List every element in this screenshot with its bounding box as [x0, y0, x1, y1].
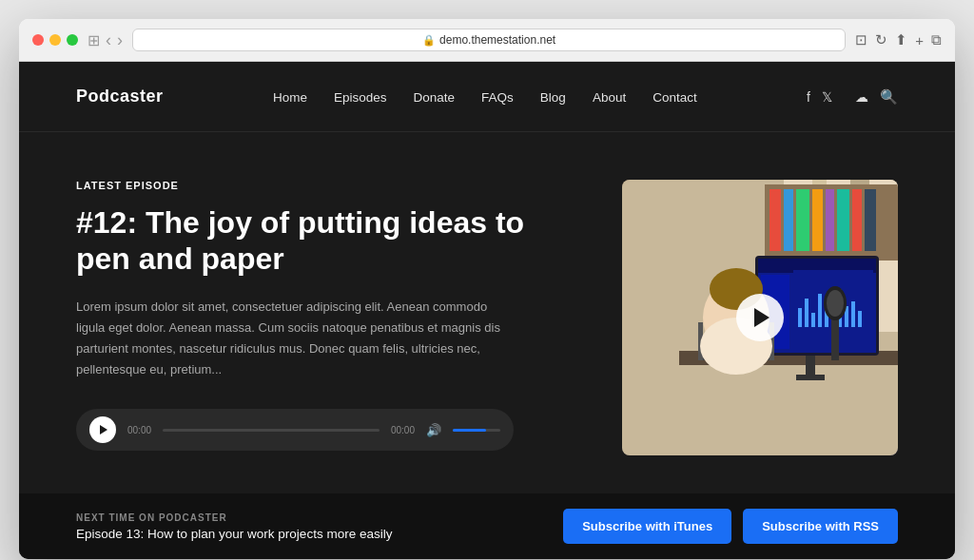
- audio-player[interactable]: 00:00 00:00 🔊: [76, 409, 514, 451]
- lock-icon: 🔒: [422, 34, 436, 47]
- episode-description: Lorem ipsum dolor sit amet, consectetuer…: [76, 297, 514, 380]
- svg-rect-7: [796, 189, 809, 251]
- nav-contact[interactable]: Contact: [653, 90, 697, 105]
- nav-donate[interactable]: Donate: [414, 90, 456, 105]
- nav-home[interactable]: Home: [273, 90, 307, 105]
- svg-rect-12: [865, 189, 876, 251]
- volume-fill: [453, 429, 486, 432]
- svg-rect-6: [784, 189, 793, 251]
- svg-rect-11: [852, 189, 862, 251]
- url-text: demo.themestation.net: [439, 33, 555, 47]
- maximize-button[interactable]: [67, 34, 78, 46]
- address-bar[interactable]: 🔒 demo.themestation.net: [132, 29, 846, 51]
- nav-links: Home Episodes Donate FAQs Blog About Con…: [273, 88, 697, 106]
- sidebar-icon[interactable]: ⊞: [88, 31, 100, 49]
- nav-blog[interactable]: Blog: [540, 90, 566, 105]
- svg-point-39: [827, 290, 844, 317]
- subscribe-itunes-button[interactable]: Subscribe with iTunes: [563, 509, 731, 544]
- site-main: Latest Episode #12: The joy of putting i…: [19, 132, 955, 455]
- episode-title: #12: The joy of putting ideas to pen and…: [76, 204, 533, 278]
- time-end: 00:00: [391, 425, 415, 435]
- nav-faqs[interactable]: FAQs: [481, 90, 514, 105]
- svg-rect-19: [798, 308, 802, 327]
- svg-rect-22: [818, 294, 822, 327]
- nav-episodes[interactable]: Episodes: [334, 90, 387, 105]
- episode-content: Latest Episode #12: The joy of putting i…: [76, 180, 584, 451]
- subscribe-rss-button[interactable]: Subscribe with RSS: [743, 509, 898, 544]
- facebook-icon[interactable]: f: [807, 89, 810, 105]
- site-nav: Podcaster Home Episodes Donate FAQs Blog…: [19, 62, 955, 132]
- site-wrapper: Podcaster Home Episodes Donate FAQs Blog…: [19, 62, 955, 559]
- svg-rect-10: [837, 189, 849, 251]
- nav-about[interactable]: About: [593, 90, 626, 105]
- share-icon[interactable]: ⬆: [895, 31, 907, 48]
- episode-thumbnail: [622, 180, 898, 455]
- svg-rect-5: [769, 189, 781, 251]
- search-icon[interactable]: 🔍: [880, 88, 898, 106]
- browser-chrome: ⊞ ‹ › 🔒 demo.themestation.net ⊡ ↻ ⬆ + ⧉: [19, 19, 955, 62]
- volume-bar[interactable]: [453, 429, 500, 432]
- traffic-lights: [32, 34, 78, 46]
- svg-rect-8: [812, 189, 823, 251]
- new-tab-icon[interactable]: +: [915, 32, 924, 48]
- svg-rect-21: [811, 313, 815, 327]
- soundcloud-icon[interactable]: ☁: [855, 89, 868, 105]
- subscribe-buttons: Subscribe with iTunes Subscribe with RSS: [563, 509, 898, 544]
- back-icon[interactable]: ‹: [106, 30, 111, 50]
- latest-episode-label: Latest Episode: [76, 180, 584, 191]
- volume-icon[interactable]: 🔊: [426, 423, 441, 437]
- svg-rect-27: [851, 301, 855, 327]
- thumbnail-play-button[interactable]: [736, 294, 784, 341]
- browser-actions: ⊡ ↻ ⬆ + ⧉: [855, 31, 942, 48]
- site-footer-bar: NEXT TIME ON PODCASTER Episode 13: How t…: [19, 493, 955, 559]
- svg-rect-28: [858, 311, 862, 327]
- twitter-icon[interactable]: 𝕏: [822, 89, 832, 105]
- browser-window: ⊞ ‹ › 🔒 demo.themestation.net ⊡ ↻ ⬆ + ⧉ …: [19, 19, 955, 559]
- svg-rect-29: [806, 356, 815, 375]
- play-button[interactable]: [89, 416, 116, 443]
- refresh-icon[interactable]: ↻: [875, 31, 887, 48]
- cast-icon[interactable]: ⊡: [855, 31, 867, 48]
- site-logo: Podcaster: [76, 87, 164, 106]
- nav-social: f 𝕏 ☁ 🔍: [807, 88, 898, 106]
- svg-rect-9: [826, 189, 834, 251]
- browser-nav-controls: ⊞ ‹ ›: [88, 30, 123, 50]
- time-start: 00:00: [127, 425, 151, 435]
- svg-rect-30: [796, 375, 825, 380]
- close-button[interactable]: [32, 34, 44, 46]
- forward-icon[interactable]: ›: [117, 30, 123, 50]
- next-episode-info: NEXT TIME ON PODCASTER Episode 13: How t…: [76, 512, 392, 541]
- next-episode-title: Episode 13: How to plan your work projec…: [76, 527, 392, 541]
- minimize-button[interactable]: [49, 34, 61, 46]
- progress-bar[interactable]: [163, 429, 380, 432]
- next-episode-label: NEXT TIME ON PODCASTER: [76, 512, 392, 523]
- svg-rect-20: [805, 299, 808, 327]
- tabs-icon[interactable]: ⧉: [931, 31, 942, 48]
